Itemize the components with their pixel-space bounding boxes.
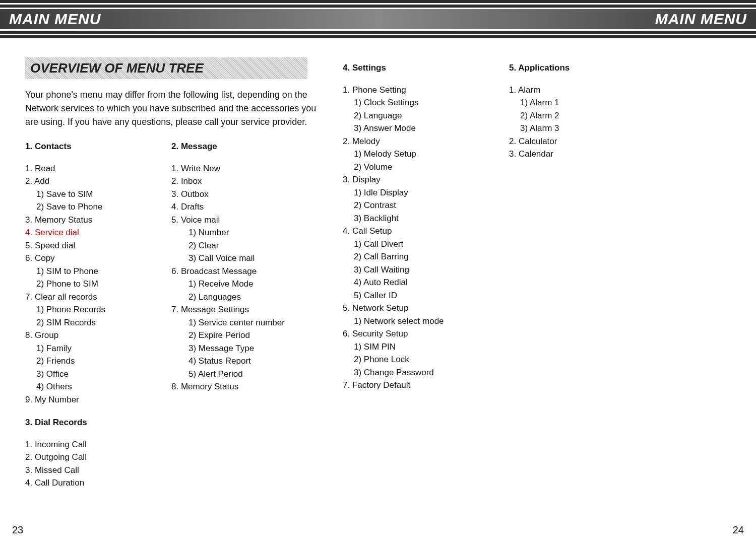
list-item: 4) Status Report: [171, 355, 312, 368]
list-item: 4) Others: [25, 380, 161, 393]
list-item: 3. Display: [343, 173, 474, 186]
list-item: 1) Idle Display: [343, 186, 474, 199]
section-header: OVERVIEW OF MENU TREE: [25, 57, 307, 79]
list-item: 8. Group: [25, 329, 161, 342]
list-item: 1. Write New: [171, 162, 312, 175]
list-item: 2) Volume: [343, 161, 474, 174]
list-item: 1) SIM to Phone: [25, 265, 161, 278]
list-item: 5) Caller ID: [343, 289, 474, 302]
list-item: 2) SIM Records: [25, 316, 161, 329]
list-item: 7. Message Settings: [171, 303, 312, 316]
list-item: 2) Language: [343, 109, 474, 122]
list-item: 2) Clear: [171, 239, 312, 252]
list-item: 2) Languages: [171, 291, 312, 304]
list-item: 9. My Number: [25, 393, 161, 406]
list-item: 1) Network select mode: [343, 315, 474, 328]
list-item: 4. Call Setup: [343, 225, 474, 238]
list-item: 3) Call Voice mail: [171, 252, 312, 265]
list-item: 1) SIM PIN: [343, 340, 474, 354]
column-message: 2. Message 1. Write New 2. Inbox 3. Outb…: [171, 140, 312, 490]
list-item: 1) Number: [171, 226, 312, 239]
list-item: 2. Add: [25, 175, 161, 188]
list-item: 3) Alarm 3: [509, 122, 610, 135]
list-item: 3) Call Waiting: [343, 263, 474, 277]
title-left: MAIN MENU: [9, 11, 101, 28]
title-right: MAIN MENU: [655, 11, 747, 28]
list-item: 2) Save to Phone: [25, 200, 161, 214]
list-item: 2) Contrast: [343, 199, 474, 212]
list-item: 2. Outgoing Call: [25, 451, 161, 464]
list-item: 1) Clock Settings: [343, 96, 474, 109]
list-item: 3. Outbox: [171, 188, 312, 201]
list-item: 1) Phone Records: [25, 303, 161, 316]
list-item: 1) Melody Setup: [343, 148, 474, 161]
header-band: MAIN MENU MAIN MENU: [0, 0, 756, 38]
list-item: 3. Missed Call: [25, 464, 161, 477]
list-item: 1. Incoming Call: [25, 438, 161, 451]
list-item: 2) Phone Lock: [343, 353, 474, 366]
title-bar: MAIN MENU MAIN MENU: [0, 9, 756, 29]
menu-title-dial-records: 3. Dial Records: [25, 416, 161, 429]
list-item: 6. Copy: [25, 252, 161, 265]
list-item: 1) Family: [25, 342, 161, 355]
list-item: 1) Receive Mode: [171, 278, 312, 291]
list-item: 3) Backlight: [343, 212, 474, 225]
page-number-right: 24: [733, 524, 744, 536]
page-number-left: 23: [12, 524, 23, 536]
list-item: 5) Alert Period: [171, 368, 312, 381]
list-item: 3) Office: [25, 368, 161, 381]
list-item: 1) Alarm 1: [509, 96, 610, 109]
list-item: 5. Voice mail: [171, 214, 312, 227]
list-item: 5. Network Setup: [343, 302, 474, 315]
column-settings: 4. Settings 1. Phone Setting 1) Clock Se…: [343, 61, 474, 490]
list-item: 6. Broadcast Message: [171, 265, 312, 278]
column-applications: 5. Applications 1. Alarm 1) Alarm 1 2) A…: [509, 61, 610, 490]
menu-title-settings: 4. Settings: [343, 61, 474, 75]
list-item: 7. Clear all records: [25, 291, 161, 304]
column-contacts-dial: 1. Contacts 1. Read 2. Add 1) Save to SI…: [25, 140, 161, 490]
page-content: OVERVIEW OF MENU TREE Your phone's menu …: [0, 38, 756, 490]
list-item: 1) Save to SIM: [25, 188, 161, 201]
list-item: 4) Auto Redial: [343, 276, 474, 289]
list-item: 2) Call Barring: [343, 250, 474, 263]
list-item: 6. Security Setup: [343, 327, 474, 340]
list-item: 2) Expire Period: [171, 329, 312, 342]
menu-title-message: 2. Message: [171, 140, 312, 153]
list-item: 1) Call Divert: [343, 238, 474, 251]
list-item: 2. Inbox: [171, 175, 312, 188]
list-item: 3) Message Type: [171, 342, 312, 355]
list-item: 1) Service center number: [171, 316, 312, 329]
list-item: 3. Memory Status: [25, 214, 161, 227]
intro-text: Your phone's menu may differ from the fo…: [25, 88, 328, 129]
list-item: 4. Call Duration: [25, 476, 161, 490]
list-item: 2) Phone to SIM: [25, 278, 161, 291]
list-item: 1. Alarm: [509, 84, 610, 97]
list-item: 2. Melody: [343, 135, 474, 148]
list-item-service-dial: 4. Service dial: [25, 226, 161, 239]
list-item: 2) Alarm 2: [509, 109, 610, 122]
list-item: 1. Phone Setting: [343, 84, 474, 97]
list-item: 8. Memory Status: [171, 380, 312, 393]
list-item: 2) Friends: [25, 355, 161, 368]
list-item: 3) Change Password: [343, 366, 474, 379]
list-item: 5. Speed dial: [25, 239, 161, 252]
list-item: 1. Read: [25, 162, 161, 175]
list-item: 4. Drafts: [171, 200, 312, 214]
menu-title-contacts: 1. Contacts: [25, 140, 161, 153]
list-item: 7. Factory Default: [343, 379, 474, 392]
menu-title-applications: 5. Applications: [509, 61, 610, 75]
list-item: 2. Calculator: [509, 135, 610, 148]
list-item: 3) Answer Mode: [343, 122, 474, 135]
list-item: 3. Calendar: [509, 148, 610, 161]
